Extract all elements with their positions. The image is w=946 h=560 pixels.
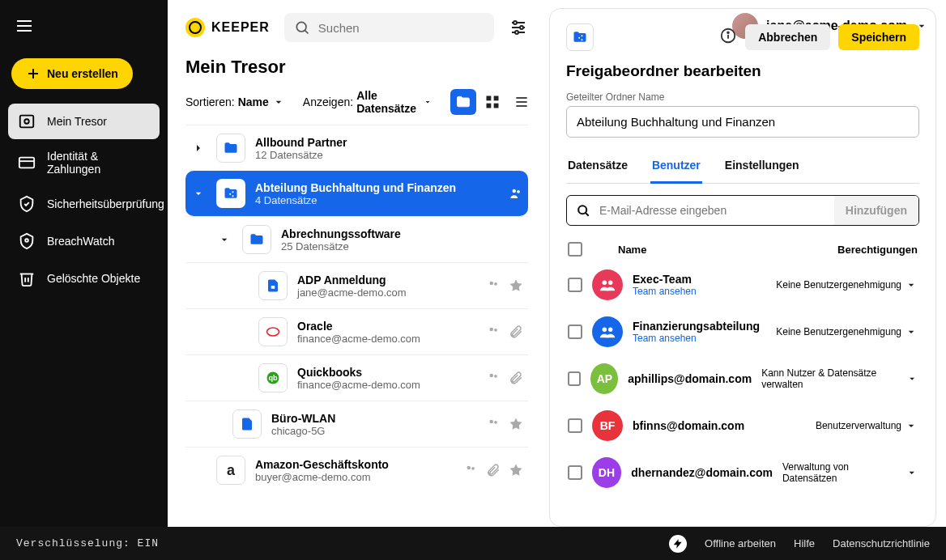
permission-select[interactable]: Kann Nutzer & Datensätze verwalten: [761, 367, 918, 390]
help-link[interactable]: Hilfe: [794, 537, 815, 549]
folder-row[interactable]: Allbound Partner12 Datensätze: [185, 125, 528, 171]
folder-name-input[interactable]: [566, 106, 919, 138]
info-icon[interactable]: [719, 27, 737, 48]
row-title: Abrechnungssoftware: [281, 227, 523, 240]
svg-point-43: [494, 421, 497, 424]
nav-identity[interactable]: Identität & Zahlungen: [8, 141, 160, 185]
nav-label: Mein Tresor: [47, 115, 107, 128]
svg-point-48: [582, 39, 583, 40]
svg-point-36: [490, 328, 494, 332]
row-sub: 4 Datensätze: [255, 194, 499, 206]
save-button[interactable]: Speichern: [838, 24, 919, 50]
nav-breach[interactable]: BreachWatch: [8, 223, 160, 259]
tab-users[interactable]: Benutzer: [650, 152, 702, 184]
svg-point-29: [232, 195, 233, 197]
expand-icon[interactable]: [190, 142, 207, 155]
svg-point-35: [267, 328, 279, 336]
sidebar: Neu erstellen Mein Tresor Identität & Za…: [0, 0, 168, 527]
team-link[interactable]: Team ansehen: [633, 286, 766, 297]
folder-row[interactable]: Abrechnungssoftware25 Datensätze: [185, 216, 528, 262]
team-icon: [592, 269, 623, 300]
menu-icon[interactable]: [8, 10, 160, 45]
user-avatar: DH: [592, 457, 622, 488]
show-control[interactable]: Anzeigen: Alle Datensätze: [303, 89, 433, 115]
record-list: Allbound Partner12 Datensätze Abteilung …: [185, 125, 528, 493]
star-icon[interactable]: [509, 278, 523, 293]
team-link[interactable]: Team ansehen: [633, 333, 766, 344]
edit-panel: Abbrechen Speichern Freigabeordner bearb…: [549, 8, 936, 527]
row-title: Allbound Partner: [255, 136, 523, 149]
email-input[interactable]: [599, 196, 834, 225]
add-button[interactable]: Hinzufügen: [834, 196, 918, 225]
view-list-icon[interactable]: [509, 89, 535, 115]
folder-row-selected[interactable]: Abteilung Buchhaltung und Finanzen4 Date…: [185, 171, 528, 216]
svg-point-17: [513, 21, 517, 24]
record-row[interactable]: Büro-WLANchicago-5G: [185, 401, 528, 447]
record-row[interactable]: a Amazon-Geschäftskontobuyer@acme-demo.c…: [185, 447, 528, 493]
permission-select[interactable]: Keine Benutzergenehmigung: [776, 278, 918, 291]
user-checkbox[interactable]: [568, 465, 582, 480]
shared-folder-icon: [566, 23, 594, 51]
svg-point-6: [24, 119, 29, 124]
record-icon: qb: [258, 363, 288, 392]
new-button[interactable]: Neu erstellen: [11, 58, 133, 89]
cancel-button[interactable]: Abbrechen: [745, 24, 830, 50]
collapse-icon[interactable]: [190, 187, 207, 200]
svg-point-42: [490, 420, 494, 424]
row-title: ADP Anmeldung: [297, 274, 476, 286]
row-sub: finance@acme-demo.com: [297, 333, 476, 345]
star-icon[interactable]: [509, 417, 523, 431]
tab-settings[interactable]: Einstellungen: [723, 152, 801, 183]
user-checkbox[interactable]: [568, 418, 582, 433]
row-title: Oracle: [297, 320, 476, 333]
chevron-down-icon: [905, 325, 918, 338]
sort-value: Name: [238, 95, 269, 108]
new-button-label: Neu erstellen: [47, 67, 118, 80]
svg-rect-21: [494, 96, 499, 101]
people-icon: [486, 417, 501, 431]
user-avatar: BF: [592, 410, 623, 441]
view-grid-icon[interactable]: [479, 89, 505, 115]
search-input[interactable]: [318, 21, 484, 35]
show-value: Alle Datensätze: [356, 89, 420, 115]
privacy-link[interactable]: Datenschutzrichtlinie: [833, 537, 930, 549]
offline-link[interactable]: Offline arbeiten: [705, 537, 776, 549]
permission-select[interactable]: Keine Benutzergenehmigung: [776, 325, 918, 338]
search-box[interactable]: [284, 13, 494, 42]
user-checkbox[interactable]: [568, 278, 582, 292]
view-folder-icon[interactable]: [450, 89, 476, 115]
page-title: Mein Tresor: [185, 57, 528, 78]
user-row: APaphillips@domain.comKann Nutzer & Date…: [566, 355, 919, 402]
record-row[interactable]: qb Quickbooksfinance@acme-demo.com: [185, 354, 528, 401]
chevron-down-icon: [906, 372, 918, 385]
sort-control[interactable]: Sortieren: Name: [185, 95, 285, 108]
collapse-icon[interactable]: [216, 233, 232, 246]
chevron-down-icon: [272, 95, 285, 108]
tune-icon[interactable]: [509, 18, 528, 37]
nav-label: Identität & Zahlungen: [47, 150, 150, 176]
select-all-checkbox[interactable]: [568, 242, 582, 257]
record-row[interactable]: ADP Anmeldungjane@acme-demo.com: [185, 262, 528, 308]
record-icon: a: [216, 456, 245, 485]
record-icon: [258, 317, 288, 346]
svg-rect-5: [20, 116, 34, 128]
team-icon: [592, 316, 623, 347]
permission-select[interactable]: Verwaltung von Datensätzen: [782, 461, 918, 484]
tab-records[interactable]: Datensätze: [566, 152, 629, 183]
svg-point-18: [520, 26, 523, 29]
record-row[interactable]: Oraclefinance@acme-demo.com: [185, 308, 528, 354]
svg-point-40: [490, 374, 494, 378]
row-title: Amazon-Geschäftskonto: [255, 458, 454, 471]
user-checkbox[interactable]: [568, 325, 582, 339]
svg-rect-20: [487, 96, 492, 101]
nav-security[interactable]: Sicherheitsüberprüfung: [8, 186, 160, 222]
nav-vault[interactable]: Mein Tresor: [8, 104, 160, 139]
nav-deleted[interactable]: Gelöschte Objekte: [8, 261, 160, 296]
svg-point-46: [578, 37, 580, 39]
chevron-down-icon: [905, 278, 918, 291]
star-icon[interactable]: [509, 463, 523, 477]
user-checkbox[interactable]: [568, 371, 581, 386]
row-title: Quickbooks: [297, 366, 476, 379]
user-row: Exec-TeamTeam ansehenKeine Benutzergeneh…: [566, 261, 919, 308]
permission-select[interactable]: Benutzerverwaltung: [816, 419, 918, 432]
